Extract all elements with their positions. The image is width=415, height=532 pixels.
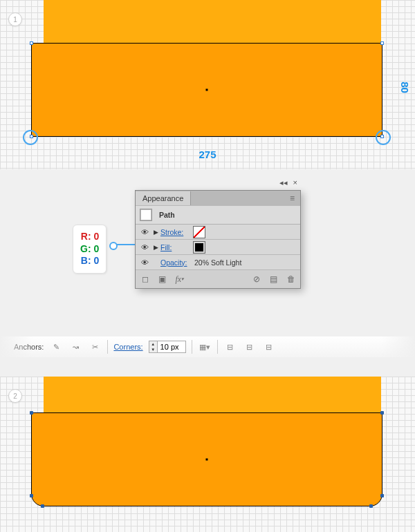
fill-label[interactable]: Fill: — [160, 243, 192, 251]
artboard-step-2: 2 — [0, 377, 415, 532]
fill-row[interactable]: 👁 ▶ Fill: — [136, 240, 300, 255]
width-dimension-label: 275 — [199, 149, 216, 160]
align-center-icon[interactable]: ⊟ — [243, 341, 257, 353]
stroke-swatch[interactable] — [193, 226, 205, 238]
panel-footer: ◻ ▣ fx▾ ⊘ ▤ 🗑 — [136, 270, 300, 288]
separator-icon — [107, 340, 108, 354]
align-left-icon[interactable]: ⊟ — [223, 341, 237, 353]
opacity-label[interactable]: Opacity: — [160, 258, 193, 267]
visibility-toggle-fill[interactable]: 👁 — [138, 243, 151, 251]
rgb-callout: R: 0 G: 0 B: 0 — [73, 225, 107, 274]
anchor-point[interactable] — [30, 411, 33, 415]
close-icon[interactable]: × — [293, 178, 297, 187]
convert-smooth-icon[interactable]: ↝ — [68, 341, 82, 353]
corner-radius-stepper[interactable]: ▲▼ — [149, 341, 186, 353]
stroke-label[interactable]: Stroke: — [160, 228, 192, 236]
background-shape — [44, 0, 381, 43]
panel-flyout-controls: ◂◂ × — [279, 178, 297, 187]
fx-menu-icon[interactable]: fx▾ — [174, 274, 185, 285]
selected-rectangle[interactable] — [31, 43, 382, 137]
center-point-icon — [206, 89, 208, 91]
object-row[interactable]: Path — [136, 206, 300, 225]
flyout-menu-icon[interactable]: ≡ — [287, 193, 297, 204]
align-right-icon[interactable]: ⊟ — [262, 341, 276, 353]
object-type-label: Path — [159, 211, 175, 219]
rgb-r-value: R: 0 — [80, 231, 99, 243]
control-bar: Anchors: ✎ ↝ ✂ Corners: ▲▼ ▦▾ ⊟ ⊟ ⊟ — [0, 336, 415, 357]
anchors-label: Anchors: — [14, 343, 44, 351]
delete-item-icon[interactable]: 🗑 — [286, 274, 296, 285]
corner-annotation-right-icon — [376, 130, 391, 145]
align-to-pixel-icon[interactable]: ▦▾ — [198, 341, 212, 353]
handle-top-left[interactable] — [30, 41, 33, 45]
height-dimension-label: 80 — [399, 82, 411, 93]
opacity-value: 20% Soft Light — [194, 258, 241, 267]
rgb-b-value: B: 0 — [80, 255, 99, 267]
clear-appearance-icon[interactable]: ⊘ — [251, 274, 261, 285]
duplicate-item-icon[interactable]: ▤ — [268, 274, 279, 285]
stepper-up-icon[interactable]: ▲ — [149, 341, 157, 347]
visibility-toggle-opacity[interactable]: 👁 — [138, 258, 151, 267]
object-thumbnail-icon — [140, 209, 152, 221]
stroke-row[interactable]: 👁 ▶ Stroke: — [136, 225, 300, 240]
appearance-tab[interactable]: Appearance — [136, 191, 191, 205]
background-shape — [44, 377, 381, 412]
opacity-row[interactable]: 👁 Opacity: 20% Soft Light — [136, 255, 300, 270]
stepper-down-icon[interactable]: ▼ — [149, 347, 157, 352]
handle-top-right[interactable] — [380, 41, 384, 45]
new-art-toggle-icon[interactable]: ◻ — [140, 274, 150, 285]
corner-annotation-left-icon — [23, 130, 38, 145]
separator-icon — [217, 340, 218, 354]
anchor-point[interactable] — [380, 494, 384, 497]
toggle-layers-icon[interactable]: ▣ — [157, 274, 167, 285]
anchor-point[interactable] — [30, 494, 33, 497]
corners-label[interactable]: Corners: — [113, 343, 142, 351]
anchor-point[interactable] — [380, 411, 384, 415]
artboard-step-1: 1 275 80 — [0, 0, 415, 169]
fill-swatch[interactable] — [193, 241, 205, 254]
rgb-g-value: G: 0 — [80, 243, 99, 256]
appearance-panel: ◂◂ × Appearance ≡ Path 👁 ▶ Stroke: 👁 ▶ F… — [135, 190, 301, 289]
center-point-icon — [206, 459, 208, 461]
panel-tab-bar: Appearance ≡ — [136, 191, 300, 206]
rounded-rectangle[interactable] — [31, 412, 382, 506]
step-badge-1: 1 — [8, 12, 22, 26]
corner-radius-input[interactable] — [158, 343, 185, 351]
expand-fill-icon[interactable]: ▶ — [151, 244, 160, 251]
anchor-point[interactable] — [369, 504, 373, 508]
anchor-point[interactable] — [41, 504, 44, 508]
cut-path-icon[interactable]: ✂ — [88, 341, 102, 353]
collapse-icon[interactable]: ◂◂ — [279, 178, 288, 187]
visibility-toggle-stroke[interactable]: 👁 — [138, 228, 151, 236]
panel-area: R: 0 G: 0 B: 0 ◂◂ × Appearance ≡ Path 👁 … — [0, 169, 415, 377]
step-badge-2: 2 — [8, 389, 22, 403]
expand-stroke-icon[interactable]: ▶ — [151, 229, 160, 236]
convert-corner-icon[interactable]: ✎ — [49, 341, 63, 353]
separator-icon — [192, 340, 192, 354]
